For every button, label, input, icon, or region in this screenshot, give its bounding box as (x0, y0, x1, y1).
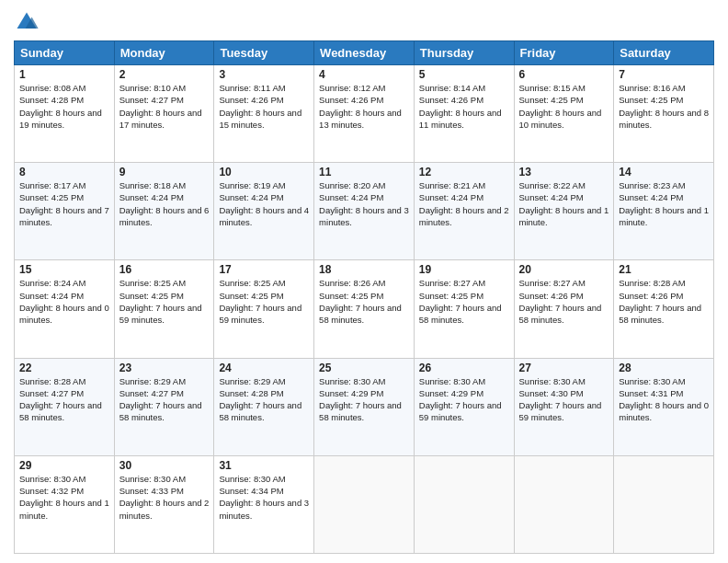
day-cell: 29 Sunrise: 8:30 AM Sunset: 4:32 PM Dayl… (15, 455, 115, 553)
day-info: Sunrise: 8:30 AM Sunset: 4:29 PM Dayligh… (319, 375, 409, 424)
sunrise-label: Sunrise: 8:27 AM (519, 278, 586, 288)
day-info: Sunrise: 8:21 AM Sunset: 4:24 PM Dayligh… (419, 179, 509, 228)
sunrise-label: Sunrise: 8:21 AM (419, 180, 485, 190)
day-info: Sunrise: 8:22 AM Sunset: 4:24 PM Dayligh… (519, 179, 609, 228)
daylight-label: Daylight: 8 hours and 3 minutes. (219, 498, 309, 520)
sunrise-label: Sunrise: 8:25 AM (219, 278, 285, 288)
day-cell: 6 Sunrise: 8:15 AM Sunset: 4:25 PM Dayli… (514, 65, 614, 163)
day-cell: 19 Sunrise: 8:27 AM Sunset: 4:25 PM Dayl… (414, 260, 514, 358)
daylight-label: Daylight: 8 hours and 1 minute. (519, 205, 609, 227)
header-cell-friday: Friday (514, 41, 614, 65)
day-info: Sunrise: 8:30 AM Sunset: 4:31 PM Dayligh… (619, 375, 709, 424)
day-info: Sunrise: 8:10 AM Sunset: 4:27 PM Dayligh… (119, 82, 210, 131)
sunset-label: Sunset: 4:29 PM (319, 388, 383, 398)
sunset-label: Sunset: 4:26 PM (619, 291, 683, 301)
sunset-label: Sunset: 4:24 PM (419, 192, 483, 202)
daylight-label: Daylight: 7 hours and 59 minutes. (419, 400, 502, 422)
calendar-body: 1 Sunrise: 8:08 AM Sunset: 4:28 PM Dayli… (15, 65, 714, 554)
day-info: Sunrise: 8:29 AM Sunset: 4:28 PM Dayligh… (219, 375, 309, 424)
sunset-label: Sunset: 4:30 PM (519, 388, 584, 398)
day-cell: 20 Sunrise: 8:27 AM Sunset: 4:26 PM Dayl… (514, 260, 614, 358)
day-cell: 21 Sunrise: 8:28 AM Sunset: 4:26 PM Dayl… (614, 260, 714, 358)
logo-icon (14, 9, 40, 35)
day-info: Sunrise: 8:30 AM Sunset: 4:30 PM Dayligh… (519, 375, 609, 424)
sunset-label: Sunset: 4:24 PM (319, 192, 383, 202)
day-number: 31 (219, 459, 309, 472)
sunset-label: Sunset: 4:25 PM (519, 95, 584, 105)
day-number: 2 (119, 68, 210, 81)
header-cell-sunday: Sunday (15, 41, 115, 65)
day-cell (514, 455, 614, 553)
daylight-label: Daylight: 7 hours and 58 minutes. (19, 400, 102, 422)
day-cell: 27 Sunrise: 8:30 AM Sunset: 4:30 PM Dayl… (514, 358, 614, 455)
sunrise-label: Sunrise: 8:23 AM (619, 180, 685, 190)
daylight-label: Daylight: 8 hours and 7 minutes. (19, 205, 109, 227)
day-number: 22 (19, 362, 109, 374)
day-number: 17 (219, 263, 309, 276)
sunset-label: Sunset: 4:24 PM (19, 291, 84, 301)
day-info: Sunrise: 8:20 AM Sunset: 4:24 PM Dayligh… (319, 179, 409, 228)
daylight-label: Daylight: 8 hours and 1 minute. (19, 498, 109, 520)
page: SundayMondayTuesdayWednesdayThursdayFrid… (0, 0, 728, 563)
day-info: Sunrise: 8:23 AM Sunset: 4:24 PM Dayligh… (619, 179, 709, 228)
sunrise-label: Sunrise: 8:19 AM (219, 180, 285, 190)
day-cell: 25 Sunrise: 8:30 AM Sunset: 4:29 PM Dayl… (314, 358, 415, 455)
day-cell: 31 Sunrise: 8:30 AM Sunset: 4:34 PM Dayl… (214, 455, 314, 553)
day-number: 20 (519, 263, 609, 276)
day-info: Sunrise: 8:14 AM Sunset: 4:26 PM Dayligh… (419, 82, 509, 131)
sunset-label: Sunset: 4:24 PM (119, 192, 184, 202)
daylight-label: Daylight: 8 hours and 13 minutes. (319, 108, 402, 130)
calendar-header-row: SundayMondayTuesdayWednesdayThursdayFrid… (15, 41, 714, 65)
sunrise-label: Sunrise: 8:28 AM (19, 376, 85, 386)
day-cell: 14 Sunrise: 8:23 AM Sunset: 4:24 PM Dayl… (614, 163, 714, 260)
day-cell: 28 Sunrise: 8:30 AM Sunset: 4:31 PM Dayl… (614, 358, 714, 455)
day-info: Sunrise: 8:18 AM Sunset: 4:24 PM Dayligh… (119, 179, 210, 228)
sunrise-label: Sunrise: 8:28 AM (619, 278, 685, 288)
day-cell: 1 Sunrise: 8:08 AM Sunset: 4:28 PM Dayli… (15, 65, 115, 163)
week-row-2: 8 Sunrise: 8:17 AM Sunset: 4:25 PM Dayli… (15, 163, 714, 260)
day-cell: 2 Sunrise: 8:10 AM Sunset: 4:27 PM Dayli… (114, 65, 214, 163)
day-number: 30 (119, 459, 210, 472)
day-number: 18 (319, 263, 409, 276)
day-number: 3 (219, 68, 309, 81)
sunset-label: Sunset: 4:26 PM (319, 95, 383, 105)
daylight-label: Daylight: 8 hours and 8 minutes. (619, 108, 709, 130)
day-cell: 3 Sunrise: 8:11 AM Sunset: 4:26 PM Dayli… (214, 65, 314, 163)
day-number: 24 (219, 362, 309, 374)
sunrise-label: Sunrise: 8:20 AM (319, 180, 385, 190)
sunrise-label: Sunrise: 8:14 AM (419, 83, 485, 93)
day-info: Sunrise: 8:26 AM Sunset: 4:25 PM Dayligh… (319, 277, 409, 326)
daylight-label: Daylight: 8 hours and 0 minutes. (19, 303, 109, 325)
day-number: 27 (519, 362, 609, 374)
sunrise-label: Sunrise: 8:30 AM (119, 474, 186, 484)
sunrise-label: Sunrise: 8:11 AM (219, 83, 285, 93)
daylight-label: Daylight: 7 hours and 58 minutes. (319, 400, 402, 422)
daylight-label: Daylight: 7 hours and 59 minutes. (119, 303, 202, 325)
day-cell: 9 Sunrise: 8:18 AM Sunset: 4:24 PM Dayli… (114, 163, 214, 260)
day-number: 12 (419, 166, 509, 178)
day-number: 1 (19, 68, 109, 81)
day-number: 13 (519, 166, 609, 178)
sunrise-label: Sunrise: 8:30 AM (19, 474, 85, 484)
sunrise-label: Sunrise: 8:24 AM (19, 278, 85, 288)
sunset-label: Sunset: 4:25 PM (319, 291, 383, 301)
day-cell: 22 Sunrise: 8:28 AM Sunset: 4:27 PM Dayl… (15, 358, 115, 455)
sunrise-label: Sunrise: 8:29 AM (119, 376, 186, 386)
day-info: Sunrise: 8:16 AM Sunset: 4:25 PM Dayligh… (619, 82, 709, 131)
daylight-label: Daylight: 8 hours and 0 minutes. (619, 400, 709, 422)
day-number: 28 (619, 362, 709, 374)
daylight-label: Daylight: 8 hours and 4 minutes. (219, 205, 309, 227)
sunset-label: Sunset: 4:25 PM (119, 291, 184, 301)
day-cell: 24 Sunrise: 8:29 AM Sunset: 4:28 PM Dayl… (214, 358, 314, 455)
day-number: 23 (119, 362, 210, 374)
day-cell: 17 Sunrise: 8:25 AM Sunset: 4:25 PM Dayl… (214, 260, 314, 358)
sunset-label: Sunset: 4:25 PM (219, 291, 283, 301)
sunset-label: Sunset: 4:31 PM (619, 388, 683, 398)
sunset-label: Sunset: 4:27 PM (119, 388, 184, 398)
sunset-label: Sunset: 4:32 PM (19, 486, 84, 496)
day-info: Sunrise: 8:25 AM Sunset: 4:25 PM Dayligh… (119, 277, 210, 326)
sunset-label: Sunset: 4:26 PM (519, 291, 584, 301)
day-info: Sunrise: 8:30 AM Sunset: 4:32 PM Dayligh… (19, 473, 109, 522)
sunset-label: Sunset: 4:25 PM (619, 95, 683, 105)
day-cell: 7 Sunrise: 8:16 AM Sunset: 4:25 PM Dayli… (614, 65, 714, 163)
